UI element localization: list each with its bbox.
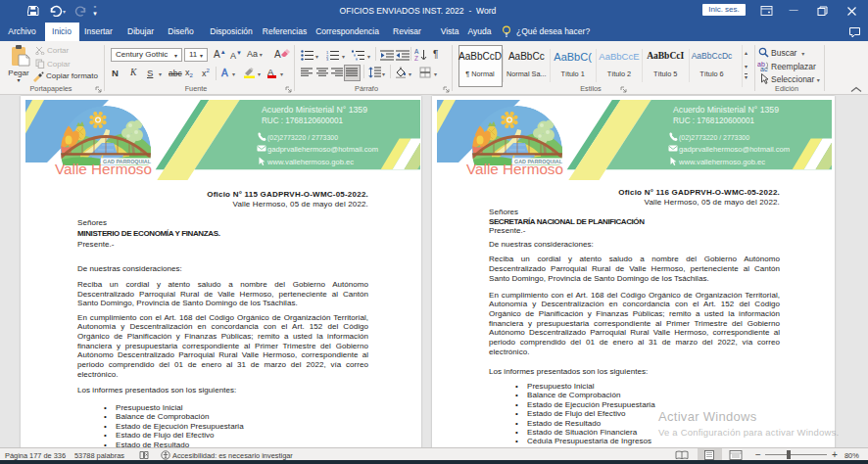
svg-text:Acuerdo Ministerial N° 1359: Acuerdo Ministerial N° 1359 (673, 105, 779, 115)
svg-text:Valle Hermoso: Valle Hermoso (55, 162, 152, 177)
svg-text:Z: Z (414, 55, 418, 62)
svg-text:gadprvallehermoso@hotmail.com: gadprvallehermoso@hotmail.com (679, 145, 790, 154)
svg-text:(02)2773220 / 2773300: (02)2773220 / 2773300 (679, 133, 749, 142)
svg-text:3: 3 (326, 57, 329, 61)
svg-text:Valle Hermoso: Valle Hermoso (466, 162, 563, 177)
svg-text:www.vallehermoso.gob.ec: www.vallehermoso.gob.ec (678, 158, 765, 166)
svg-text:Acuerdo Ministerial N° 1359: Acuerdo Ministerial N° 1359 (262, 105, 367, 115)
svg-text:RUC : 1768120600001: RUC : 1768120600001 (262, 116, 343, 125)
svg-text:www.vallehermoso.gob.ec: www.vallehermoso.gob.ec (266, 158, 354, 166)
svg-text:gadprvallehermoso@hotmail.com: gadprvallehermoso@hotmail.com (267, 145, 378, 154)
svg-text:RUC : 1768120600001: RUC : 1768120600001 (673, 116, 754, 125)
svg-text:(02)2773220 / 2773300: (02)2773220 / 2773300 (267, 133, 338, 142)
svg-text:A: A (414, 48, 419, 55)
